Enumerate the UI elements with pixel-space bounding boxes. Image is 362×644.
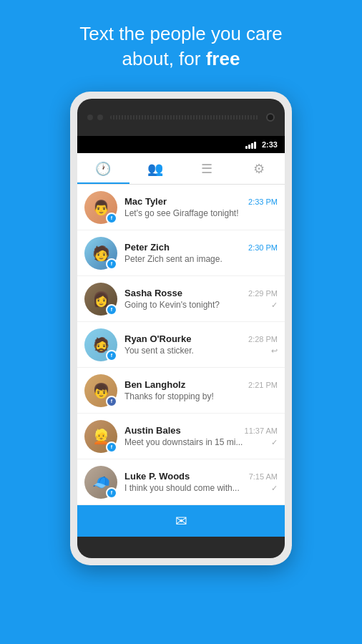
conv-content: Ben Langholz 2:21 PM Thanks for stopping… [124, 379, 278, 401]
messenger-badge: f [106, 213, 117, 224]
conv-name: Ryan O'Rourke [124, 333, 191, 344]
clock-icon: 🕐 [95, 161, 111, 177]
conv-time: 2:30 PM [248, 243, 278, 252]
conv-preview: Thanks for stopping by! [124, 391, 278, 401]
avatar-wrapper: 🧔 f [84, 328, 117, 361]
conv-content: Peter Zich 2:30 PM Peter Zich sent an im… [124, 242, 278, 264]
conv-footer: You sent a sticker. ↩ [124, 346, 278, 356]
conv-status: ✓ [271, 438, 278, 447]
front-camera [266, 113, 275, 122]
conv-name: Austin Bales [124, 425, 181, 436]
avatar-wrapper: 👱 f [84, 420, 117, 453]
conversation-item[interactable]: 🧔 f Ryan O'Rourke 2:28 PM You sent a sti… [77, 322, 285, 368]
conv-preview: You sent a sticker. [124, 346, 268, 356]
conversation-item[interactable]: 🧑 f Peter Zich 2:30 PM Peter Zich sent a… [77, 230, 285, 276]
conversation-item[interactable]: 👨 f Mac Tyler 2:33 PM Let's go see Giraf… [77, 185, 285, 230]
conv-name: Mac Tyler [124, 196, 167, 207]
settings-icon: ⚙ [253, 161, 265, 177]
messenger-badge: f [106, 441, 117, 453]
avatar-wrapper: 🧑 f [84, 237, 117, 270]
status-bar: 2:33 [77, 136, 285, 153]
avatar-wrapper: 👨 f [84, 191, 117, 224]
conversation-item[interactable]: 🧢 f Luke P. Woods 7:15 AM I think you sh… [77, 459, 285, 505]
conv-time: 2:21 PM [248, 381, 278, 389]
conv-preview: Peter Zich sent an image. [124, 254, 278, 264]
conv-footer: Meet you downstairs in 15 mi... ✓ [124, 437, 278, 447]
tab-settings[interactable]: ⚙ [233, 153, 285, 184]
conv-header: Mac Tyler 2:33 PM [124, 196, 278, 207]
tab-list[interactable]: ☰ [181, 153, 233, 184]
phone-device: 2:33 🕐 👥 ☰ ⚙ [70, 92, 292, 565]
tagline-line1: Text the people you care [79, 23, 282, 44]
conversation-item[interactable]: 👱 f Austin Bales 11:37 AM Meet you downs… [77, 414, 285, 459]
conv-time: 2:28 PM [248, 335, 278, 343]
conv-status: ✓ [271, 301, 278, 310]
conv-header: Sasha Rosse 2:29 PM [124, 288, 278, 298]
conv-footer: I think you should come with... ✓ [124, 483, 278, 493]
signal-bar-3 [251, 143, 253, 149]
messenger-app: 🕐 👥 ☰ ⚙ 👨 [77, 153, 285, 537]
camera-dot-1 [87, 114, 93, 120]
facebook-badge: f [106, 396, 117, 407]
conv-header: Austin Bales 11:37 AM [124, 425, 278, 436]
messenger-badge: f [106, 258, 117, 270]
conv-preview: Going to Kevin's tonight? [124, 300, 268, 310]
phone-bottom-bar [77, 537, 285, 558]
bottom-bar: ✉ [77, 505, 285, 537]
conv-header: Ryan O'Rourke 2:28 PM [124, 333, 278, 344]
conv-status: ✓ [271, 484, 278, 493]
conv-content: Luke P. Woods 7:15 AM I think you should… [124, 471, 278, 493]
conv-footer: Going to Kevin's tonight? ✓ [124, 300, 278, 310]
avatar-wrapper: 🧢 f [84, 466, 117, 499]
list-icon: ☰ [201, 161, 212, 177]
signal-bar-1 [245, 146, 248, 149]
conv-content: Sasha Rosse 2:29 PM Going to Kevin's ton… [124, 288, 278, 310]
conv-header: Luke P. Woods 7:15 AM [124, 471, 278, 482]
conv-name: Peter Zich [124, 242, 170, 253]
conv-name: Sasha Rosse [124, 288, 182, 298]
status-icons: 2:33 [245, 140, 278, 149]
conv-preview: Meet you downstairs in 15 mi... [124, 437, 268, 447]
conv-content: Mac Tyler 2:33 PM Let's go see Giraffage… [124, 196, 278, 218]
tagline: Text the people you care about, for free [51, 21, 310, 72]
tagline-bold: free [206, 48, 240, 69]
compose-icon[interactable]: ✉ [175, 512, 187, 530]
conv-preview: I think you should come with... [124, 483, 268, 493]
signal-bar-2 [248, 145, 250, 149]
phone-top-bar [77, 99, 285, 136]
tab-groups[interactable]: 👥 [129, 153, 182, 184]
tab-bar: 🕐 👥 ☰ ⚙ [77, 153, 285, 185]
phone-screen: 2:33 🕐 👥 ☰ ⚙ [77, 136, 285, 537]
conv-header: Ben Langholz 2:21 PM [124, 379, 278, 390]
speaker-grille [110, 115, 259, 119]
tagline-line2: about, for [122, 48, 206, 69]
conv-status: ↩ [271, 346, 278, 356]
conv-name: Luke P. Woods [124, 471, 190, 482]
conversation-list: 👨 f Mac Tyler 2:33 PM Let's go see Giraf… [77, 185, 285, 505]
messenger-badge: f [106, 350, 117, 361]
conv-time: 7:15 AM [249, 472, 278, 481]
conv-name: Ben Langholz [124, 379, 185, 390]
conv-footer: Thanks for stopping by! [124, 391, 278, 401]
conv-time: 11:37 AM [245, 426, 278, 435]
messenger-badge: f [106, 304, 117, 316]
groups-icon: 👥 [147, 161, 163, 177]
conv-header: Peter Zich 2:30 PM [124, 242, 278, 253]
conv-time: 2:33 PM [248, 197, 278, 206]
signal-bar-4 [254, 142, 256, 149]
phone-cameras [87, 114, 103, 120]
messenger-badge: f [106, 487, 117, 499]
conv-content: Austin Bales 11:37 AM Meet you downstair… [124, 425, 278, 447]
status-time: 2:33 [262, 140, 278, 149]
conv-time: 2:29 PM [248, 289, 278, 298]
conversation-item[interactable]: 👦 f Ben Langholz 2:21 PM Thanks for stop… [77, 368, 285, 414]
signal-bars [245, 140, 256, 149]
avatar-wrapper: 👩 f [84, 283, 117, 316]
camera-dot-2 [97, 114, 103, 120]
tab-recent[interactable]: 🕐 [77, 153, 129, 184]
conv-content: Ryan O'Rourke 2:28 PM You sent a sticker… [124, 333, 278, 356]
conv-footer: Let's go see Giraffage tonight! [124, 208, 278, 218]
conversation-item[interactable]: 👩 f Sasha Rosse 2:29 PM Going to Kevin's… [77, 276, 285, 322]
avatar-wrapper: 👦 f [84, 374, 117, 407]
conv-preview: Let's go see Giraffage tonight! [124, 208, 278, 218]
